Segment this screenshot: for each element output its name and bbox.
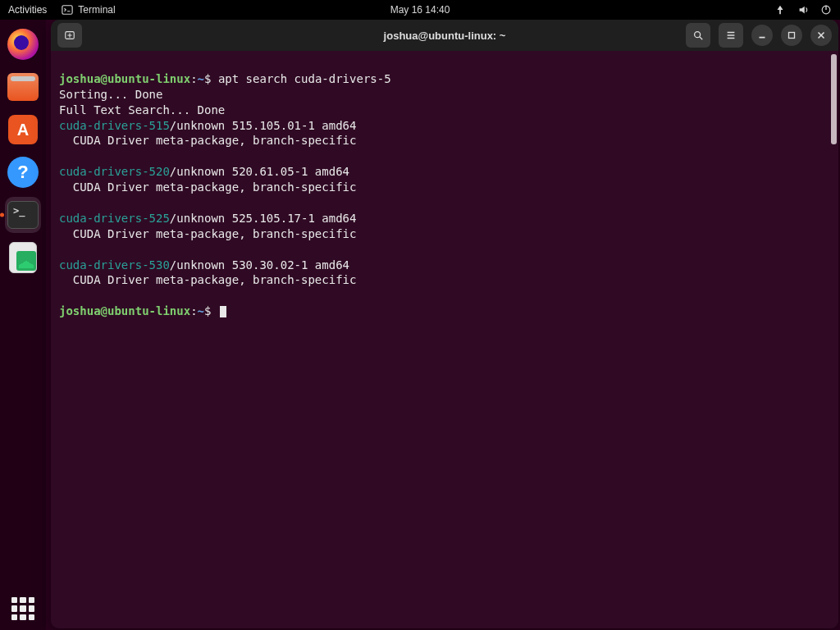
svg-line-7 xyxy=(700,37,703,40)
search-button[interactable] xyxy=(686,23,710,48)
show-applications-button[interactable] xyxy=(0,597,46,620)
search-result: cuda-drivers-530/unknown 530.30.02-1 amd… xyxy=(59,258,349,272)
minimize-icon xyxy=(756,30,768,41)
files-icon xyxy=(7,73,39,101)
status-line: Full Text Search... Done xyxy=(59,103,225,116)
scrollbar-thumb[interactable] xyxy=(831,54,837,144)
search-result-desc: CUDA Driver meta-package, branch-specifi… xyxy=(59,134,356,147)
prompt-line: joshua@ubuntu-linux:~$ xyxy=(59,304,226,317)
status-line: Sorting... Done xyxy=(59,88,162,101)
help-icon: ? xyxy=(7,157,39,188)
dock-item-trash[interactable] xyxy=(5,240,41,276)
dock-item-terminal[interactable] xyxy=(5,197,41,233)
dock-item-ubuntu-software[interactable]: A xyxy=(5,112,41,148)
activities-button[interactable]: Activities xyxy=(8,4,47,16)
search-icon xyxy=(692,30,704,41)
minimize-button[interactable] xyxy=(751,25,773,46)
cursor xyxy=(220,306,226,317)
topbar-app-indicator[interactable]: Terminal xyxy=(62,4,115,16)
dock-item-help[interactable]: ? xyxy=(5,154,41,190)
menu-button[interactable] xyxy=(719,23,743,48)
window-title: joshua@ubuntu-linux: ~ xyxy=(384,30,506,42)
dock-item-firefox[interactable] xyxy=(5,26,41,62)
topbar-clock[interactable]: May 16 14:40 xyxy=(390,4,450,16)
search-result: cuda-drivers-520/unknown 520.61.05-1 amd… xyxy=(59,165,349,178)
power-icon[interactable] xyxy=(820,4,832,16)
volume-icon[interactable] xyxy=(797,4,809,16)
svg-rect-0 xyxy=(62,6,72,15)
gnome-top-bar: Activities Terminal May 16 14:40 xyxy=(0,0,840,20)
new-tab-icon xyxy=(64,30,75,41)
search-result-desc: CUDA Driver meta-package, branch-specifi… xyxy=(59,273,356,286)
close-button[interactable] xyxy=(810,25,832,46)
network-icon[interactable] xyxy=(774,4,786,16)
terminal-window: joshua@ubuntu-linux: ~ xyxy=(51,20,838,628)
terminal-icon xyxy=(62,4,73,16)
maximize-icon xyxy=(786,30,797,41)
dock-item-files[interactable] xyxy=(5,69,41,105)
svg-point-6 xyxy=(695,32,701,38)
hamburger-icon xyxy=(725,30,737,41)
svg-rect-12 xyxy=(789,33,795,39)
software-icon: A xyxy=(8,115,38,144)
search-result-desc: CUDA Driver meta-package, branch-specifi… xyxy=(59,227,356,240)
new-tab-button[interactable] xyxy=(57,23,82,48)
window-titlebar: joshua@ubuntu-linux: ~ xyxy=(51,20,838,51)
firefox-icon xyxy=(7,29,39,60)
trash-icon xyxy=(9,242,37,273)
terminal-body[interactable]: joshua@ubuntu-linux:~$ apt search cuda-d… xyxy=(51,51,838,628)
dock: A ? xyxy=(0,20,46,630)
entered-command: apt search cuda-drivers-5 xyxy=(218,72,391,85)
search-result: cuda-drivers-515/unknown 515.105.01-1 am… xyxy=(59,119,356,132)
maximize-button[interactable] xyxy=(781,25,802,46)
terminal-app-icon xyxy=(7,201,39,229)
apps-grid-icon xyxy=(11,597,34,620)
close-icon xyxy=(815,30,827,41)
search-result: cuda-drivers-525/unknown 525.105.17-1 am… xyxy=(59,212,356,225)
topbar-app-label: Terminal xyxy=(78,4,115,16)
prompt-line: joshua@ubuntu-linux:~$ apt search cuda-d… xyxy=(59,72,391,85)
search-result-desc: CUDA Driver meta-package, branch-specifi… xyxy=(59,180,356,194)
